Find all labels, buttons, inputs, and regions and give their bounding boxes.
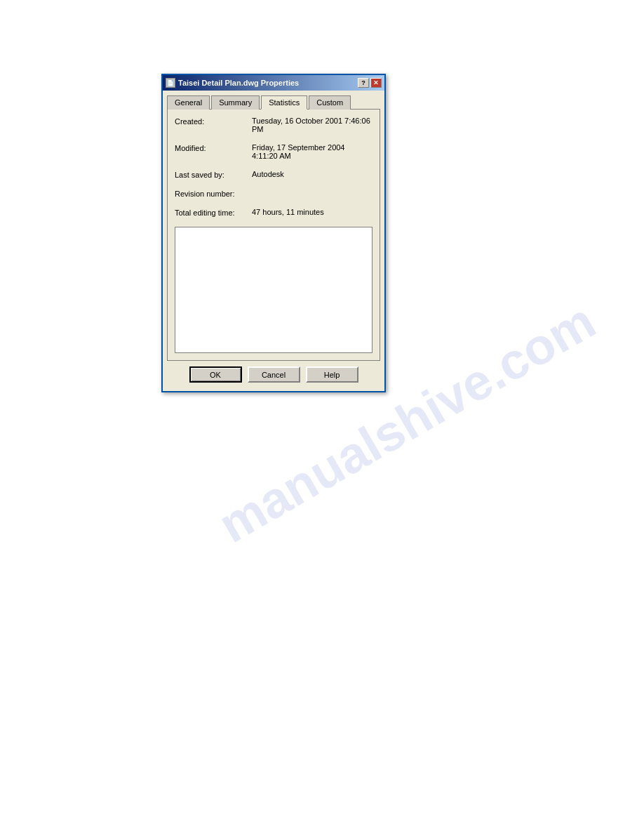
title-bar-left: 📄 Taisei Detail Plan.dwg Properties xyxy=(166,78,299,88)
label-modified: Modified: xyxy=(175,143,252,152)
tab-summary[interactable]: Summary xyxy=(211,95,260,110)
field-row-editing-time: Total editing time: 47 hours, 11 minutes xyxy=(175,208,373,217)
help-title-button[interactable]: ? xyxy=(358,78,369,88)
help-button[interactable]: Help xyxy=(306,366,358,383)
value-modified: Friday, 17 September 2004 4:11:20 AM xyxy=(252,143,373,160)
field-row-last-saved: Last saved by: Autodesk xyxy=(175,170,373,179)
value-last-saved: Autodesk xyxy=(252,170,373,178)
tab-general[interactable]: General xyxy=(167,95,210,110)
field-row-revision: Revision number: xyxy=(175,189,373,198)
value-editing-time: 47 hours, 11 minutes xyxy=(252,208,373,216)
ok-button[interactable]: OK xyxy=(189,366,242,383)
close-title-button[interactable]: ✕ xyxy=(370,78,382,88)
title-bar-controls: ? ✕ xyxy=(358,78,382,88)
label-editing-time: Total editing time: xyxy=(175,208,252,217)
tab-bar: General Summary Statistics Custom xyxy=(167,95,380,109)
properties-dialog: 📄 Taisei Detail Plan.dwg Properties ? ✕ … xyxy=(161,74,386,392)
field-row-modified: Modified: Friday, 17 September 2004 4:11… xyxy=(175,143,373,160)
title-bar: 📄 Taisei Detail Plan.dwg Properties ? ✕ xyxy=(163,75,384,91)
dialog-icon: 📄 xyxy=(166,78,175,88)
label-created: Created: xyxy=(175,117,252,126)
empty-content-area xyxy=(175,227,373,353)
dialog-footer: OK Cancel Help xyxy=(167,361,380,387)
dialog-wrapper: 📄 Taisei Detail Plan.dwg Properties ? ✕ … xyxy=(161,74,386,392)
field-row-created: Created: Tuesday, 16 October 2001 7:46:0… xyxy=(175,117,373,133)
cancel-button[interactable]: Cancel xyxy=(248,366,300,383)
tab-custom[interactable]: Custom xyxy=(309,95,351,110)
tab-statistics[interactable]: Statistics xyxy=(261,95,307,110)
tab-content-statistics: Created: Tuesday, 16 October 2001 7:46:0… xyxy=(167,109,380,361)
label-revision: Revision number: xyxy=(175,189,252,198)
dialog-title: Taisei Detail Plan.dwg Properties xyxy=(178,79,299,87)
dialog-body: General Summary Statistics Custom Create… xyxy=(163,91,384,391)
value-created: Tuesday, 16 October 2001 7:46:06 PM xyxy=(252,117,373,133)
label-last-saved: Last saved by: xyxy=(175,170,252,179)
